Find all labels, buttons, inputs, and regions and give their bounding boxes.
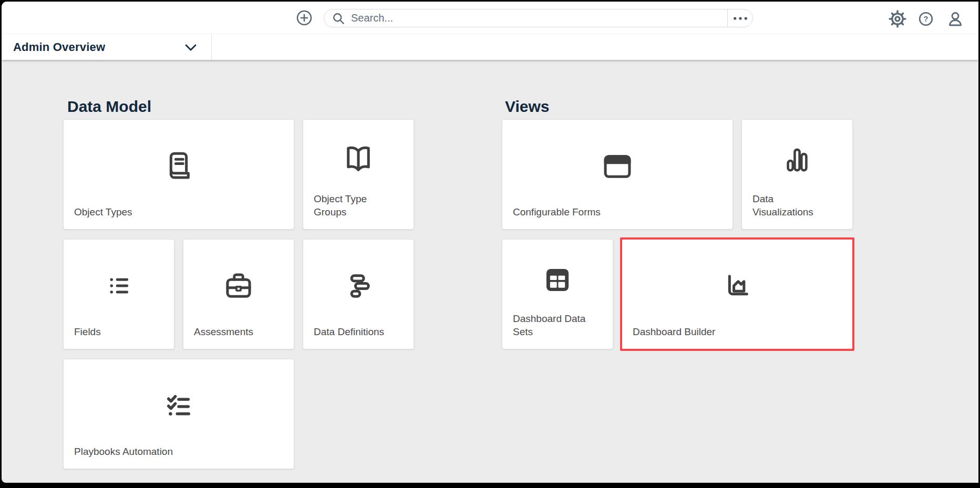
nav-divider <box>211 34 212 60</box>
search-input[interactable] <box>346 12 727 24</box>
chevron-down-icon <box>184 41 198 53</box>
bar-chart-icon <box>780 120 814 192</box>
card-label: Object Type Groups <box>303 192 400 229</box>
views-cards: Configurable FormsData VisualizationsDas… <box>502 119 854 349</box>
svg-text:?: ? <box>924 15 929 23</box>
card-object-type-groups[interactable]: Object Type Groups <box>303 119 414 230</box>
nav-title: Admin Overview <box>13 40 105 54</box>
card-data-visualizations[interactable]: Data Visualizations <box>741 119 853 230</box>
user-menu-button[interactable] <box>947 11 964 27</box>
window-icon <box>600 120 635 205</box>
table-icon <box>540 240 575 312</box>
view-switcher-dropdown[interactable]: Admin Overview <box>2 34 211 60</box>
help-button[interactable]: ? <box>918 11 934 27</box>
card-dashboard-builder[interactable]: Dashboard Builder <box>622 239 853 349</box>
help-icon: ? <box>918 11 934 27</box>
card-assessments[interactable]: Assessments <box>183 239 294 349</box>
card-label: Playbooks Automation <box>64 445 294 469</box>
list-icon <box>101 240 136 325</box>
card-label: Data Definitions <box>303 325 400 349</box>
open-book-icon <box>341 120 376 192</box>
card-label: Fields <box>64 325 161 349</box>
search-options-button[interactable] <box>727 9 752 27</box>
stacked-bars-icon <box>341 240 376 325</box>
book-icon <box>161 120 196 205</box>
settings-button[interactable] <box>889 10 906 28</box>
top-bar: ? <box>2 2 978 35</box>
nav-row: Admin Overview <box>2 34 978 60</box>
card-fields[interactable]: Fields <box>63 239 174 349</box>
search-bar <box>324 9 753 27</box>
card-data-definitions[interactable]: Data Definitions <box>303 239 414 349</box>
card-label: Dashboard Builder <box>622 325 852 349</box>
create-button[interactable] <box>296 9 313 26</box>
section-title-views: Views <box>505 99 550 115</box>
card-label: Object Types <box>64 205 294 229</box>
briefcase-icon <box>221 240 256 325</box>
page: ? Admin Overview Data Model Views Object… <box>2 2 978 483</box>
card-object-types[interactable]: Object Types <box>63 119 294 230</box>
checklist-icon <box>161 359 196 445</box>
user-icon <box>947 11 964 27</box>
data-model-cards: Object TypesObject Type GroupsFieldsAsse… <box>63 119 415 469</box>
gear-icon <box>889 10 906 28</box>
section-title-data-model: Data Model <box>67 99 151 115</box>
area-chart-icon <box>720 240 755 325</box>
card-label: Data Visualizations <box>742 192 839 229</box>
ellipsis-icon <box>733 16 748 20</box>
card-label: Assessments <box>183 325 281 349</box>
card-configurable-forms[interactable]: Configurable Forms <box>502 119 733 230</box>
card-playbooks-automation[interactable]: Playbooks Automation <box>63 359 294 469</box>
card-dashboard-data-sets[interactable]: Dashboard Data Sets <box>502 239 613 349</box>
app-window: { "topbar": { "create_button": { "icon":… <box>0 0 980 488</box>
card-label: Configurable Forms <box>502 205 733 229</box>
card-label: Dashboard Data Sets <box>502 312 600 349</box>
search-icon <box>331 11 346 26</box>
plus-icon <box>296 9 313 26</box>
